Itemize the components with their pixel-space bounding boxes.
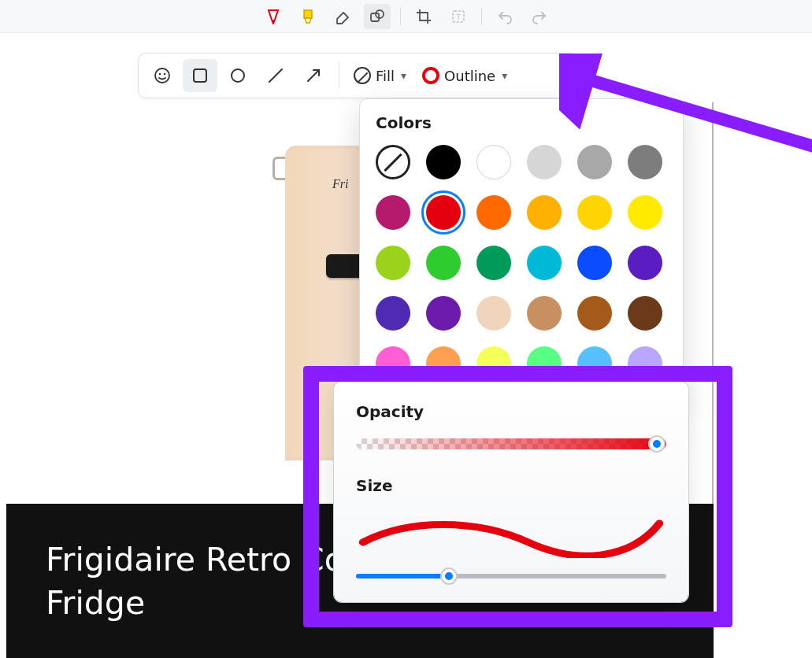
svg-rect-0: [304, 10, 312, 18]
main-toolbar: T: [0, 0, 812, 33]
chevron-down-icon: ▾: [401, 69, 406, 82]
fridge-bottle-opener: [273, 157, 285, 180]
color-swatch[interactable]: [376, 296, 410, 331]
color-swatch[interactable]: [426, 145, 461, 179]
size-preview: [356, 512, 666, 558]
svg-text:T: T: [455, 13, 461, 21]
color-swatch[interactable]: [628, 145, 662, 179]
color-swatch[interactable]: [376, 246, 410, 280]
fill-label: Fill: [376, 68, 395, 84]
crop-icon[interactable]: [410, 4, 437, 29]
text-extract-icon[interactable]: T: [445, 4, 472, 29]
arrow-tool[interactable]: [296, 59, 331, 92]
size-slider[interactable]: [356, 574, 666, 579]
canvas-right-edge: [712, 102, 714, 504]
color-swatch[interactable]: [476, 145, 511, 179]
toolbar-separator: [481, 8, 482, 25]
color-swatch[interactable]: [628, 195, 662, 230]
shapes-separator: [339, 62, 339, 89]
svg-line-10: [269, 69, 282, 82]
svg-point-5: [155, 68, 169, 83]
no-fill-icon: [354, 67, 371, 84]
highlighter-yellow-icon[interactable]: [295, 4, 321, 29]
shapes-toolbar: Fill ▾ Outline ▾: [138, 53, 579, 98]
opacity-size-panel: Opacity Size: [334, 382, 688, 602]
color-swatch[interactable]: [577, 346, 612, 381]
svg-point-6: [159, 73, 161, 76]
color-swatch[interactable]: [527, 246, 562, 280]
color-swatch[interactable]: [628, 296, 662, 331]
svg-rect-8: [194, 69, 206, 82]
color-swatch[interactable]: [376, 346, 410, 381]
color-swatch[interactable]: [476, 195, 511, 230]
circle-tool[interactable]: [221, 59, 255, 92]
eraser-icon[interactable]: [329, 4, 356, 29]
color-swatch[interactable]: [577, 246, 612, 280]
opacity-slider[interactable]: [356, 438, 666, 449]
opacity-heading: Opacity: [356, 402, 666, 421]
color-swatch[interactable]: [476, 246, 511, 280]
color-swatch[interactable]: [476, 346, 511, 381]
color-swatch[interactable]: [476, 296, 511, 331]
line-tool[interactable]: [258, 59, 293, 92]
color-swatch[interactable]: [527, 296, 562, 331]
color-swatch[interactable]: [527, 346, 562, 381]
redo-icon[interactable]: [526, 4, 553, 29]
color-swatch[interactable]: [577, 195, 612, 230]
svg-line-11: [308, 71, 318, 81]
color-swatch[interactable]: [426, 195, 461, 230]
svg-point-9: [232, 69, 244, 82]
color-swatch[interactable]: [577, 296, 612, 331]
color-swatch-grid: [376, 145, 667, 381]
fill-dropdown[interactable]: Fill ▾: [347, 59, 413, 92]
size-heading: Size: [356, 476, 666, 495]
outline-color-popover: Colors: [359, 98, 684, 397]
outline-color-icon: [422, 67, 439, 84]
pen-red-icon[interactable]: [260, 4, 287, 29]
color-swatch[interactable]: [527, 145, 562, 179]
color-swatch[interactable]: [628, 346, 662, 381]
toolbar-separator: [400, 8, 401, 25]
color-swatch[interactable]: [577, 145, 612, 179]
shapes-icon[interactable]: [364, 4, 391, 29]
undo-icon[interactable]: [491, 4, 518, 29]
svg-point-2: [376, 10, 384, 18]
outline-dropdown[interactable]: Outline ▾: [416, 59, 514, 92]
fridge-brand-logo: Fri: [332, 177, 348, 191]
svg-point-7: [164, 73, 166, 76]
color-swatch[interactable]: [376, 145, 410, 179]
color-swatch[interactable]: [426, 346, 461, 381]
colors-heading: Colors: [376, 113, 667, 132]
color-swatch[interactable]: [628, 246, 662, 280]
size-slider-thumb[interactable]: [440, 567, 458, 585]
outline-label: Outline: [444, 68, 495, 84]
color-swatch[interactable]: [426, 296, 461, 331]
chevron-down-icon: ▾: [502, 69, 507, 82]
opacity-slider-thumb[interactable]: [648, 435, 666, 453]
color-swatch[interactable]: [527, 195, 562, 230]
emoji-tool[interactable]: [145, 59, 180, 92]
rectangle-tool[interactable]: [183, 59, 217, 92]
color-swatch[interactable]: [376, 195, 410, 230]
color-swatch[interactable]: [426, 246, 461, 280]
